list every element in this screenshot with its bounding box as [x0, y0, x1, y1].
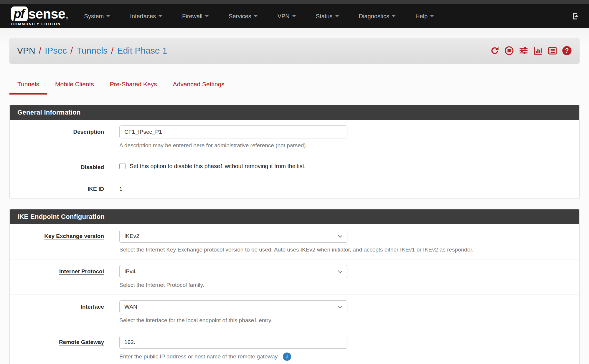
- chevron-down-icon: [254, 15, 258, 17]
- page-title: VPN / IPsec / Tunnels / Edit Phase 1: [17, 46, 167, 56]
- page-action-icons: ?: [490, 46, 572, 56]
- disabled-row: Disabled Set this option to disable this…: [10, 155, 579, 177]
- breadcrumb-link-edit-phase-1[interactable]: Edit Phase 1: [117, 46, 167, 56]
- nav-item-interfaces[interactable]: Interfaces: [120, 4, 172, 28]
- logo-text: sense: [28, 7, 65, 21]
- page-head: VPN / IPsec / Tunnels / Edit Phase 1: [0, 28, 589, 64]
- description-help: A description may be entered here for ad…: [119, 142, 579, 149]
- nav-item-label: System: [84, 13, 104, 20]
- tab-bar: Tunnels Mobile Clients Pre-Shared Keys A…: [9, 81, 580, 95]
- chevron-down-icon: [338, 268, 343, 273]
- trademark-symbol: ®: [66, 16, 68, 20]
- nav-item-label: Help: [415, 13, 428, 20]
- pf-logo-mark: pf: [11, 6, 28, 21]
- selected-value: WAN: [124, 304, 137, 310]
- internet-protocol-row: Internet Protocol IPv4 Select the Intern…: [10, 259, 579, 295]
- logo-subtitle: COMMUNITY EDITION: [11, 22, 68, 26]
- nav-item-help[interactable]: Help: [405, 4, 444, 28]
- key-exchange-version-label: Key Exchange version: [10, 230, 104, 253]
- nav-item-label: Status: [316, 13, 333, 20]
- remote-gateway-row: Remote Gateway Enter the public IP addre…: [10, 330, 579, 364]
- nav-menu: System Interfaces Firewall Services VPN …: [74, 4, 444, 28]
- section-title: General Information: [10, 105, 579, 120]
- info-icon[interactable]: i: [283, 353, 291, 361]
- tab-pre-shared-keys[interactable]: Pre-Shared Keys: [102, 81, 165, 95]
- ike-id-row: IKE ID 1: [10, 177, 579, 198]
- interface-help: Select the interface for the local endpo…: [119, 317, 579, 324]
- help-icon[interactable]: ?: [562, 46, 572, 56]
- tab-mobile-clients[interactable]: Mobile Clients: [47, 81, 102, 95]
- remote-gateway-help-text: Enter the public IP address or host name…: [119, 353, 279, 360]
- disabled-checkbox[interactable]: [119, 163, 126, 169]
- internet-protocol-label: Internet Protocol: [10, 265, 104, 288]
- disabled-label: Disabled: [10, 161, 104, 171]
- internet-protocol-select[interactable]: IPv4: [119, 265, 347, 278]
- key-exchange-version-help: Select the Internet Key Exchange protoco…: [119, 246, 579, 253]
- bar-chart-icon[interactable]: [533, 46, 543, 56]
- selected-value: IPv4: [124, 268, 136, 275]
- breadcrumb-separator: /: [35, 46, 45, 56]
- chevron-down-icon: [205, 15, 209, 17]
- chevron-down-icon: [106, 15, 110, 17]
- nav-item-status[interactable]: Status: [306, 4, 349, 28]
- tab-advanced-settings[interactable]: Advanced Settings: [165, 81, 232, 95]
- top-navbar: pf sense ® COMMUNITY EDITION System Inte…: [0, 4, 589, 28]
- chevron-down-icon: [159, 15, 162, 17]
- breadcrumb-separator: /: [67, 46, 76, 56]
- log-list-icon[interactable]: [547, 46, 557, 56]
- interface-select[interactable]: WAN: [119, 300, 347, 313]
- remote-gateway-label: Remote Gateway: [10, 336, 104, 361]
- remote-gateway-input[interactable]: [119, 336, 347, 349]
- breadcrumb-root: VPN: [17, 46, 35, 56]
- internet-protocol-help: Select the Internet Protocol family.: [119, 282, 579, 288]
- nav-item-services[interactable]: Services: [219, 4, 268, 28]
- nav-item-label: Interfaces: [130, 13, 156, 20]
- chevron-down-icon: [430, 15, 434, 17]
- stop-icon[interactable]: [504, 46, 514, 56]
- chevron-down-icon: [338, 233, 343, 238]
- nav-item-vpn[interactable]: VPN: [268, 4, 306, 28]
- help-glyph: ?: [565, 47, 569, 54]
- tab-tunnels[interactable]: Tunnels: [9, 81, 47, 95]
- key-exchange-version-row: Key Exchange version IKEv2 Select the In…: [10, 224, 579, 259]
- breadcrumb: VPN / IPsec / Tunnels / Edit Phase 1: [9, 38, 580, 64]
- sliders-icon[interactable]: [519, 46, 529, 56]
- key-exchange-version-select[interactable]: IKEv2: [119, 230, 347, 243]
- breadcrumb-link-tunnels[interactable]: Tunnels: [76, 46, 108, 56]
- pfsense-logo[interactable]: pf sense ® COMMUNITY EDITION: [11, 6, 68, 26]
- chevron-down-icon: [335, 15, 339, 17]
- ike-endpoint-configuration-panel: IKE Endpoint Configuration Key Exchange …: [9, 209, 580, 364]
- nav-item-label: Services: [229, 13, 251, 20]
- interface-row: Interface WAN Select the interface for t…: [10, 295, 579, 330]
- chevron-down-icon: [292, 15, 296, 17]
- nav-item-system[interactable]: System: [74, 4, 120, 28]
- interface-label: Interface: [10, 300, 104, 324]
- nav-item-label: Diagnostics: [359, 13, 389, 20]
- nav-item-label: VPN: [278, 13, 290, 20]
- description-label: Description: [10, 125, 104, 149]
- section-title: IKE Endpoint Configuration: [10, 209, 579, 224]
- selected-value: IKEv2: [124, 233, 139, 239]
- ike-id-label: IKE ID: [10, 183, 104, 192]
- nav-item-label: Firewall: [182, 13, 202, 20]
- remote-gateway-help: Enter the public IP address or host name…: [119, 353, 579, 361]
- description-row: Description A description may be entered…: [10, 120, 579, 155]
- chevron-down-icon: [392, 15, 395, 17]
- breadcrumb-separator: /: [108, 46, 117, 56]
- ike-id-value: 1: [119, 183, 579, 192]
- breadcrumb-link-ipsec[interactable]: IPsec: [45, 46, 67, 56]
- refresh-icon[interactable]: [490, 46, 500, 56]
- description-input[interactable]: [119, 125, 347, 138]
- disabled-checkbox-label: Set this option to disable this phase1 w…: [130, 163, 306, 170]
- sign-out-icon[interactable]: [571, 12, 580, 21]
- general-information-panel: General Information Description A descri…: [9, 105, 580, 199]
- nav-item-diagnostics[interactable]: Diagnostics: [349, 4, 405, 28]
- pfsense-page: pf sense ® COMMUNITY EDITION System Inte…: [0, 0, 589, 364]
- nav-item-firewall[interactable]: Firewall: [172, 4, 219, 28]
- chevron-down-icon: [338, 304, 343, 308]
- top-strip: [0, 0, 589, 4]
